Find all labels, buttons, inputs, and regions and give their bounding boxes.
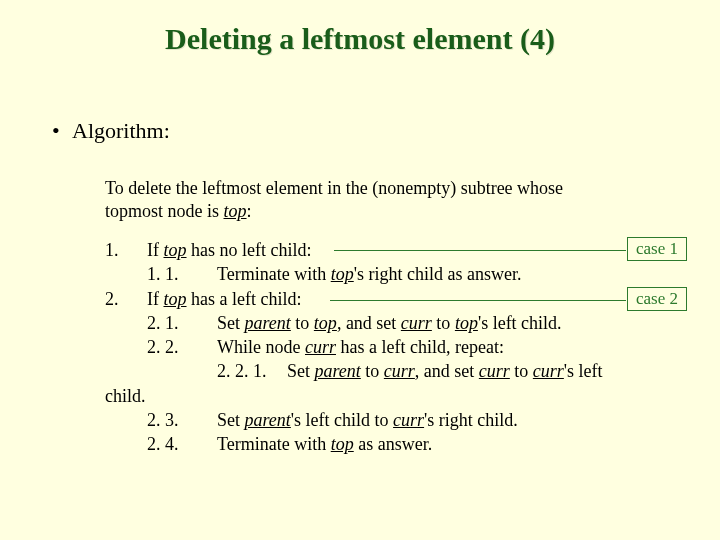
num-2: 2. [105, 287, 147, 311]
step-1: 1.If top has no left child: [105, 238, 665, 262]
num-1-1: 1. 1. [147, 262, 217, 286]
line-2-3: Set parent's left child to curr's right … [217, 408, 647, 432]
step-2-1: 2. 1.Set parent to top, and set curr to … [105, 311, 665, 335]
num-2-2-1: 2. 2. 1. [217, 359, 287, 383]
step-2-2: 2. 2.While node curr has a left child, r… [105, 335, 665, 359]
slide: Deleting a leftmost element (4) Algorith… [0, 0, 720, 540]
step-2-2-1: 2. 2. 1.Set parent to curr, and set curr… [105, 359, 665, 383]
line-2: If top has a left child: [147, 287, 647, 311]
intro-top: top [224, 201, 247, 221]
step-2-4: 2. 4.Terminate with top as answer. [105, 432, 665, 456]
intro-text: To delete the leftmost element in the (n… [105, 177, 615, 222]
step-2-2-1-wrap: child. [105, 384, 665, 408]
line-2-1: Set parent to top, and set curr to top's… [217, 311, 647, 335]
num-1: 1. [105, 238, 147, 262]
intro-b: : [247, 201, 252, 221]
slide-title: Deleting a leftmost element (4) [0, 0, 720, 56]
intro-a: To delete the leftmost element in the (n… [105, 178, 563, 221]
line-1: If top has no left child: [147, 238, 647, 262]
num-2-1: 2. 1. [147, 311, 217, 335]
step-1-1: 1. 1.Terminate with top's right child as… [105, 262, 665, 286]
num-2-4: 2. 4. [147, 432, 217, 456]
line-2-4: Terminate with top as answer. [217, 432, 647, 456]
algorithm-body: 1.If top has no left child: 1. 1.Termina… [105, 238, 665, 457]
bullet-algorithm: Algorithm: [72, 118, 170, 144]
child-word: child. [105, 386, 146, 406]
line-2-2: While node curr has a left child, repeat… [217, 335, 647, 359]
step-2-3: 2. 3.Set parent's left child to curr's r… [105, 408, 665, 432]
line-2-2-1: Set parent to curr, and set curr to curr… [287, 359, 647, 383]
step-2: 2.If top has a left child: [105, 287, 665, 311]
num-2-2: 2. 2. [147, 335, 217, 359]
line-1-1: Terminate with top's right child as answ… [217, 262, 647, 286]
num-2-3: 2. 3. [147, 408, 217, 432]
